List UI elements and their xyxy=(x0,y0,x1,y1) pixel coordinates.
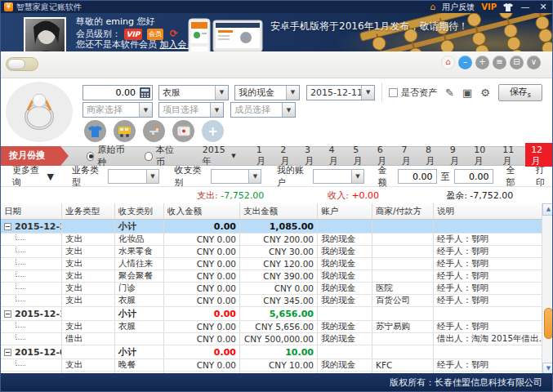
column-header[interactable]: 日期 xyxy=(1,203,62,219)
collapse-icon[interactable] xyxy=(4,349,11,356)
table-row[interactable]: 支出水果零食CNY 0.00CNY 30.00我的现金经手人：鄂明 xyxy=(1,246,542,258)
income-cell: CNY 0.00 xyxy=(164,270,240,282)
round-home-button[interactable]: ⌂ xyxy=(441,56,455,69)
table-row[interactable]: 支出人情往来CNY 0.00CNY 120.00我的现金经手人：鄂明 xyxy=(1,258,542,270)
home-icon[interactable]: ⌂ xyxy=(430,2,435,12)
collapse-icon[interactable] xyxy=(4,223,11,230)
column-header[interactable]: 商家/付款方 xyxy=(372,203,434,219)
vertical-scrollbar[interactable]: ▲ ▼ xyxy=(542,203,553,375)
column-header[interactable]: 收入金额 xyxy=(164,203,240,219)
refresh-icon[interactable]: ⟳ xyxy=(169,28,177,39)
gear-icon[interactable]: ⚙ xyxy=(480,87,490,99)
round-minus-button[interactable]: – xyxy=(458,56,472,69)
month-tab[interactable]: 5月 xyxy=(347,143,370,169)
scroll-up-button[interactable]: ▲ xyxy=(542,203,553,216)
table-row[interactable]: 支出衣服CNY 0.00CNY 345.00我的现金百货公司经手人：鄂明 xyxy=(1,295,542,307)
chevron-down-icon: ▼ xyxy=(248,170,261,183)
table-row[interactable]: 支出门诊CNY 0.00CNY 0.00我的现金医院经手人：鄂明 xyxy=(1,283,542,295)
copyright-text: 版权所有：长春佳盟信息科技有限公司 xyxy=(390,376,542,389)
round-plus-button[interactable]: + xyxy=(475,56,489,69)
round-chevron-down-button[interactable]: ∨ xyxy=(527,56,541,69)
app-title: 智慧家庭记账软件 xyxy=(16,2,82,13)
note-cell: 经手人：鄂明 xyxy=(434,234,542,245)
table-row[interactable]: 借出CNY 0.00CNY 500,000.00我的现金借出人：淘淘 2015年… xyxy=(1,333,542,345)
asset-checkbox-label: 是否资产 xyxy=(401,87,437,99)
calculator-icon[interactable] xyxy=(137,86,152,100)
more-query-button[interactable]: 更多查询 ▼ xyxy=(12,164,54,189)
income-cell: CNY 0.00 xyxy=(164,234,240,245)
month-tab[interactable]: 10月 xyxy=(468,143,495,169)
category-cell: 聚会聚餐 xyxy=(115,270,164,282)
close-button[interactable]: ✕ xyxy=(537,2,549,12)
table-group-row[interactable]: 2015-12-11小计0.001,085.00 xyxy=(1,220,542,234)
month-tab[interactable]: 7月 xyxy=(395,143,418,169)
date-value: 2015-12-11 xyxy=(310,87,361,98)
account-select[interactable]: 我的现金 ▼ xyxy=(234,85,300,100)
skin-shirt-icon[interactable] xyxy=(503,3,513,11)
collapse-icon[interactable] xyxy=(4,310,11,318)
date-select[interactable]: 2015-12-11 ▼ xyxy=(306,85,375,100)
merchant-cell xyxy=(372,307,434,320)
category-faucet-icon[interactable] xyxy=(143,120,165,142)
month-tab[interactable]: 9月 xyxy=(444,143,467,169)
pen-icon[interactable]: ✎ xyxy=(445,87,454,99)
user-avatar[interactable] xyxy=(24,17,66,51)
table-group-row[interactable]: 2015-12-08小计0.0010.00 xyxy=(1,345,542,359)
merchant-select[interactable]: 商家选择 ▼ xyxy=(83,102,153,118)
category-filter-select[interactable]: ▼ xyxy=(211,169,262,184)
minimize-button[interactable]: — xyxy=(520,2,531,12)
table-row[interactable]: 支出衣服CNY 0.00CNY 5,656.00我的现金苏宁易购经手人：鄂明 xyxy=(1,321,542,333)
project-select[interactable]: 项目选择 ▼ xyxy=(158,102,224,118)
frame-icon[interactable]: ▣ xyxy=(462,87,472,99)
column-header[interactable]: 账户 xyxy=(318,203,372,219)
panel-toggle[interactable] xyxy=(6,57,38,71)
radio-dot xyxy=(145,152,152,161)
app-icon: ¥ xyxy=(4,2,13,11)
column-header[interactable]: 说明 xyxy=(434,203,542,219)
radio-base-currency[interactable]: 本位币 xyxy=(145,144,177,168)
save-button[interactable]: 保存s xyxy=(498,84,542,101)
table-row[interactable]: 支出聚会聚餐CNY 0.00CNY 390.00我的现金经手人：鄂明 xyxy=(1,270,542,283)
vip-link[interactable]: VIP xyxy=(481,2,497,11)
account-filter-select[interactable]: ▼ xyxy=(313,169,364,184)
date-cell xyxy=(1,258,62,270)
business-type-select[interactable]: ▼ xyxy=(108,169,159,184)
all-button[interactable]: 全部 xyxy=(506,164,523,189)
amount-from-input[interactable] xyxy=(398,169,437,184)
amount-to-input[interactable] xyxy=(454,169,493,184)
category-clothes-icon[interactable] xyxy=(84,120,106,142)
column-header[interactable]: 收支类别 xyxy=(115,203,164,219)
surplus-label: 盈余: xyxy=(446,190,467,201)
month-tab[interactable]: 1月 xyxy=(251,143,274,169)
table-row[interactable]: 支出晚餐CNY 0.00CNY 10.00我的现金KFC经手人：鄂明 xyxy=(1,359,542,372)
round-abacus-button[interactable]: ≡ xyxy=(493,56,506,69)
add-category-button[interactable]: + xyxy=(202,120,224,142)
month-tab[interactable]: 8月 xyxy=(420,143,443,169)
year-select[interactable]: 2015年 ▼ xyxy=(203,145,236,167)
category-value: 衣服 xyxy=(163,87,181,99)
chevron-down-icon: ▼ xyxy=(215,86,228,100)
category-cell: 衣服 xyxy=(115,321,164,332)
print-button[interactable]: 打印 xyxy=(536,164,552,189)
month-tab[interactable]: 4月 xyxy=(323,143,346,169)
date-cell xyxy=(1,283,62,294)
category-bus-icon[interactable] xyxy=(114,120,136,142)
category-select[interactable]: 衣服 ▼ xyxy=(158,85,229,100)
table-group-row[interactable]: 2015-12-10小计0.005,656.00 xyxy=(1,307,542,321)
feedback-link[interactable]: 用户反馈 xyxy=(442,2,475,13)
round-boxminus-button[interactable]: ⊟ xyxy=(510,56,524,69)
biz-type-cell xyxy=(62,307,115,320)
table-row[interactable]: 支出化妆品CNY 0.00CNY 200.00我的现金经手人：鄂明 xyxy=(1,234,542,246)
vip-badge: VIP xyxy=(124,29,143,40)
category-appliance-icon[interactable] xyxy=(172,120,194,142)
amount-field[interactable] xyxy=(83,85,153,100)
column-header[interactable]: 业务类型 xyxy=(62,203,115,219)
asset-checkbox[interactable]: 是否资产 xyxy=(389,87,437,99)
chevron-down-icon: ▼ xyxy=(47,172,53,182)
merchant-cell: KFC xyxy=(372,359,434,371)
scrollbar-thumb[interactable] xyxy=(544,308,553,339)
member-select[interactable]: 成员选择 ▼ xyxy=(230,102,296,118)
account-cell: 我的现金 xyxy=(318,321,372,332)
column-header[interactable]: 支出金额 xyxy=(240,203,318,219)
amount-input[interactable] xyxy=(83,87,137,98)
